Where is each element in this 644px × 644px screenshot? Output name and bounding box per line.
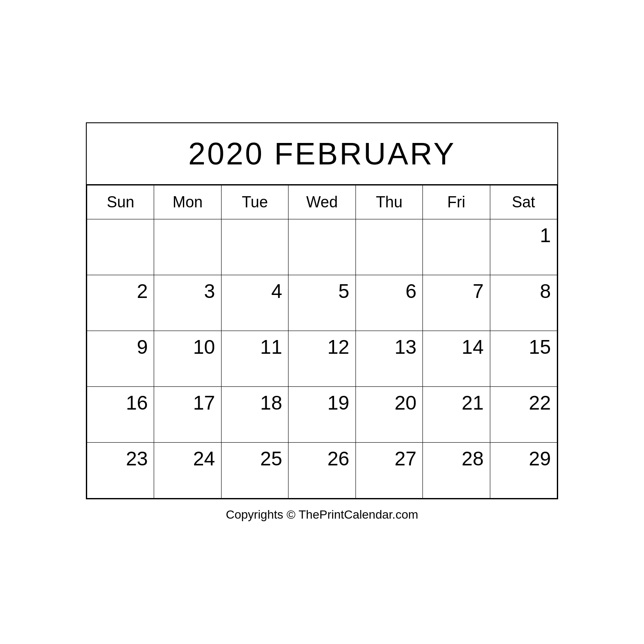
empty-cell <box>423 219 490 275</box>
empty-cell <box>221 219 288 275</box>
calendar-grid: SunMonTueWedThuFriSat 123456789101112131… <box>87 185 557 498</box>
day-cell-29: 29 <box>490 443 557 498</box>
day-cell-27: 27 <box>355 443 422 498</box>
day-cell-3: 3 <box>154 275 221 331</box>
week-row-4: 16171819202122 <box>87 387 557 443</box>
day-header-mon: Mon <box>154 185 221 219</box>
calendar-wrapper: 2020 FEBRUARY SunMonTueWedThuFriSat 1234… <box>86 122 558 522</box>
day-cell-15: 15 <box>490 331 557 387</box>
day-cell-12: 12 <box>289 331 355 387</box>
day-cell-23: 23 <box>87 443 154 498</box>
day-cell-11: 11 <box>221 331 288 387</box>
day-cell-6: 6 <box>355 275 422 331</box>
day-header-thu: Thu <box>355 185 422 219</box>
day-cell-28: 28 <box>423 443 490 498</box>
day-header-fri: Fri <box>423 185 490 219</box>
week-row-2: 2345678 <box>87 275 557 331</box>
day-cell-9: 9 <box>87 331 154 387</box>
day-cell-26: 26 <box>289 443 355 498</box>
day-cell-22: 22 <box>490 387 557 443</box>
day-cell-19: 19 <box>289 387 355 443</box>
day-cell-17: 17 <box>154 387 221 443</box>
day-cell-21: 21 <box>423 387 490 443</box>
day-cell-8: 8 <box>490 275 557 331</box>
day-cell-13: 13 <box>355 331 422 387</box>
day-header-wed: Wed <box>289 185 355 219</box>
day-header-sat: Sat <box>490 185 557 219</box>
day-header-tue: Tue <box>221 185 288 219</box>
day-cell-7: 7 <box>423 275 490 331</box>
empty-cell <box>289 219 355 275</box>
day-cell-10: 10 <box>154 331 221 387</box>
day-cell-18: 18 <box>221 387 288 443</box>
empty-cell <box>154 219 221 275</box>
day-cell-4: 4 <box>221 275 288 331</box>
day-cell-20: 20 <box>355 387 422 443</box>
day-cell-16: 16 <box>87 387 154 443</box>
copyright-text: Copyrights © ThePrintCalendar.com <box>86 508 558 522</box>
calendar-title: 2020 FEBRUARY <box>91 136 553 171</box>
empty-cell <box>87 219 154 275</box>
day-cell-24: 24 <box>154 443 221 498</box>
day-cell-25: 25 <box>221 443 288 498</box>
empty-cell <box>355 219 422 275</box>
week-row-5: 23242526272829 <box>87 443 557 498</box>
day-cell-1: 1 <box>490 219 557 275</box>
week-row-1: 1 <box>87 219 557 275</box>
day-cell-5: 5 <box>289 275 355 331</box>
calendar-container: 2020 FEBRUARY SunMonTueWedThuFriSat 1234… <box>86 122 558 499</box>
days-of-week-row: SunMonTueWedThuFriSat <box>87 185 557 219</box>
day-cell-14: 14 <box>423 331 490 387</box>
day-header-sun: Sun <box>87 185 154 219</box>
day-cell-2: 2 <box>87 275 154 331</box>
calendar-header: 2020 FEBRUARY <box>87 123 557 185</box>
week-row-3: 9101112131415 <box>87 331 557 387</box>
